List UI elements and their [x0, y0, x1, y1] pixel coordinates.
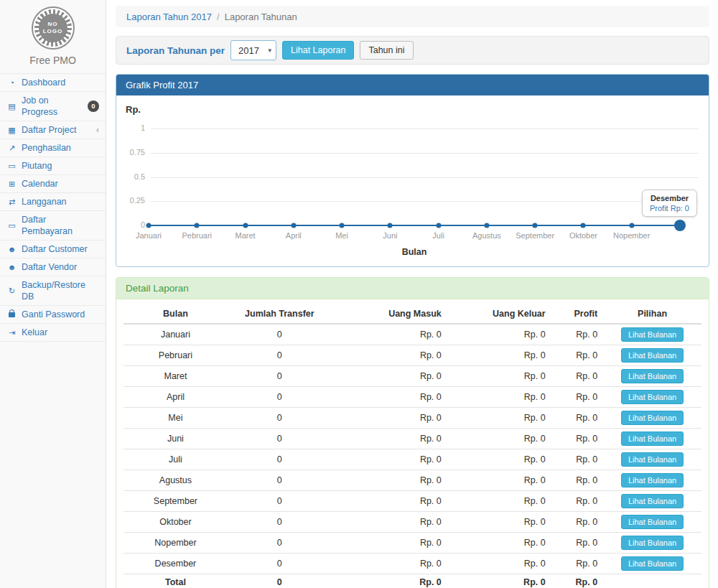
- data-point-nopember[interactable]: [629, 223, 634, 228]
- view-month-button[interactable]: Lihat Bulanan: [621, 390, 684, 404]
- table-cell: Rp. 0: [332, 470, 447, 491]
- table-cell: Rp. 0: [332, 533, 447, 554]
- x-tick-label: Mei: [335, 231, 348, 240]
- tooltip-title: Desember: [650, 194, 689, 202]
- sidebar-item-piutang[interactable]: ▭Piutang: [0, 157, 106, 175]
- sidebar-item-label: Penghasilan: [22, 142, 71, 154]
- table-cell: 0: [228, 512, 332, 533]
- table-cell: Rp. 0: [447, 345, 551, 366]
- data-point-oktober[interactable]: [581, 223, 586, 228]
- action-cell: Lihat Bulanan: [603, 449, 701, 470]
- table-cell: 0: [228, 324, 332, 345]
- sidebar-item-label: Langganan: [22, 196, 67, 207]
- gridline: [151, 129, 699, 129]
- y-tick-label: 0.5: [116, 172, 145, 181]
- view-month-button[interactable]: Lihat Bulanan: [621, 536, 684, 550]
- table-row: Pebruari0Rp. 0Rp. 0Rp. 0Lihat Bulanan: [123, 345, 701, 366]
- users-icon: ☻: [6, 243, 17, 255]
- count-badge: 0: [88, 101, 99, 112]
- sidebar-item-calendar[interactable]: ⊞Calendar: [0, 175, 106, 193]
- data-point-agustus[interactable]: [484, 223, 489, 228]
- sidebar: NO LOGO Free PMO ◔Dashboard▤Job on Progr…: [0, 0, 106, 588]
- data-point-desember[interactable]: [674, 220, 686, 231]
- view-month-button[interactable]: Lihat Bulanan: [621, 556, 684, 571]
- tasks-icon: ▤: [6, 101, 17, 112]
- sidebar-item-backup-restore-db[interactable]: ↻Backup/Restore DB: [0, 276, 106, 306]
- view-month-button[interactable]: Lihat Bulanan: [621, 431, 684, 446]
- gridline: [151, 177, 699, 178]
- sidebar-item-job-on-progress[interactable]: ▤Job on Progress0: [0, 92, 106, 121]
- x-tick-label: Maret: [235, 231, 255, 240]
- data-point-pebruari[interactable]: [195, 223, 200, 228]
- x-tick-label: September: [516, 231, 554, 240]
- sidebar-item-daftar-vendor[interactable]: ☻Daftar Vendor: [0, 258, 106, 276]
- x-tick-label: Nopember: [613, 231, 650, 240]
- data-point-juli[interactable]: [436, 223, 441, 228]
- action-cell: Lihat Bulanan: [603, 345, 701, 366]
- total-cell: Rp. 0: [332, 574, 447, 588]
- table-cell: Rp. 0: [551, 324, 603, 345]
- table-cell: Rp. 0: [447, 491, 551, 512]
- column-header: Profit: [551, 304, 603, 324]
- table-cell: Rp. 0: [447, 512, 551, 533]
- view-month-button[interactable]: Lihat Bulanan: [621, 452, 684, 467]
- view-report-button[interactable]: Lihat Laporan: [282, 41, 354, 60]
- tooltip-value: Profit Rp: 0: [650, 204, 689, 213]
- view-month-button[interactable]: Lihat Bulanan: [621, 348, 684, 363]
- x-tick-label: Oktober: [569, 231, 597, 240]
- data-point-april[interactable]: [291, 223, 296, 228]
- data-point-juni[interactable]: [388, 223, 393, 228]
- breadcrumb-link-laporan-tahun[interactable]: Laporan Tahun 2017: [126, 11, 212, 22]
- view-month-button[interactable]: Lihat Bulanan: [621, 515, 684, 529]
- year-select[interactable]: 2017 ▾: [230, 40, 276, 60]
- data-point-september[interactable]: [533, 223, 538, 228]
- sidebar-item-penghasilan[interactable]: ↗Penghasilan: [0, 139, 106, 157]
- table-row: Maret0Rp. 0Rp. 0Rp. 0Lihat Bulanan: [123, 366, 701, 387]
- table-cell: 0: [228, 533, 332, 554]
- data-point-januari[interactable]: [146, 223, 151, 228]
- table-cell: 0: [228, 408, 332, 429]
- sidebar-item-daftar-project[interactable]: ▦Daftar Project‹: [0, 121, 106, 139]
- table-cell: 0: [228, 345, 332, 366]
- year-select-value: 2017: [238, 45, 259, 56]
- chevron-left-icon: ‹: [96, 124, 99, 136]
- table-cell: Oktober: [123, 512, 228, 533]
- view-month-button[interactable]: Lihat Bulanan: [621, 411, 684, 425]
- total-cell: Rp. 0: [551, 574, 603, 588]
- table-cell: Rp. 0: [551, 491, 603, 512]
- main-content: Laporan Tahun 2017 / Laporan Tahunan Lap…: [106, 0, 718, 588]
- chart-tooltip: Desember Profit Rp: 0: [642, 190, 697, 217]
- sidebar-item-daftar-customer[interactable]: ☻Daftar Customer: [0, 241, 106, 258]
- logo-block: NO LOGO Free PMO: [0, 0, 106, 73]
- empty-cell: [603, 574, 701, 588]
- x-axis-title: Bulan: [149, 247, 680, 257]
- users-icon: ☻: [6, 261, 17, 273]
- sidebar-item-daftar-pembayaran[interactable]: ▭Daftar Pembayaran: [0, 211, 106, 241]
- sidebar-item-ganti-password[interactable]: Ganti Password: [0, 306, 106, 324]
- table-row: Mei0Rp. 0Rp. 0Rp. 0Lihat Bulanan: [123, 408, 701, 429]
- view-month-button[interactable]: Lihat Bulanan: [621, 327, 684, 342]
- table-row: Oktober0Rp. 0Rp. 0Rp. 0Lihat Bulanan: [123, 512, 701, 533]
- sidebar-item-label: Daftar Customer: [22, 243, 88, 255]
- table-cell: Rp. 0: [332, 366, 447, 387]
- action-cell: Lihat Bulanan: [603, 366, 701, 387]
- action-cell: Lihat Bulanan: [603, 533, 701, 554]
- action-cell: Lihat Bulanan: [603, 491, 701, 512]
- table-cell: Mei: [123, 408, 228, 429]
- view-month-button[interactable]: Lihat Bulanan: [621, 473, 684, 487]
- total-cell: Total: [123, 574, 228, 588]
- sidebar-item-label: Ganti Password: [22, 309, 85, 320]
- view-month-button[interactable]: Lihat Bulanan: [621, 369, 684, 383]
- sidebar-item-langganan[interactable]: ⇄Langganan: [0, 193, 106, 211]
- view-month-button[interactable]: Lihat Bulanan: [621, 494, 684, 508]
- x-tick-label: Januari: [136, 231, 162, 240]
- table-cell: Rp. 0: [447, 387, 551, 408]
- sidebar-item-dashboard[interactable]: ◔Dashboard: [0, 74, 106, 92]
- data-point-mei[interactable]: [340, 223, 345, 228]
- sidebar-item-keluar[interactable]: ⇥Keluar: [0, 324, 106, 341]
- gridline: [151, 201, 699, 202]
- table-row: Agustus0Rp. 0Rp. 0Rp. 0Lihat Bulanan: [123, 470, 701, 491]
- action-cell: Lihat Bulanan: [603, 554, 701, 574]
- this-year-button[interactable]: Tahun ini: [360, 41, 413, 60]
- data-point-maret[interactable]: [243, 223, 248, 228]
